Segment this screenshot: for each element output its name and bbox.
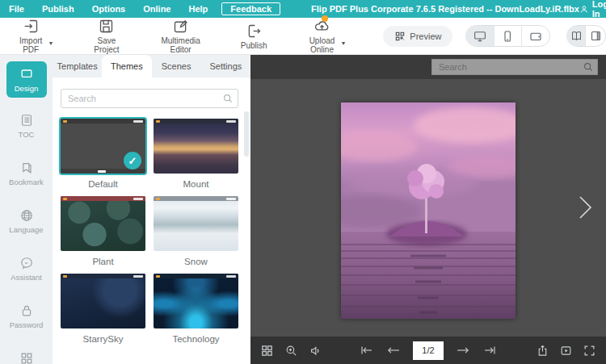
- bookmark-icon: [19, 160, 35, 176]
- sidebar-item-language[interactable]: Language: [6, 203, 47, 239]
- tab-themes[interactable]: Themes: [102, 55, 151, 77]
- double-page-toggle[interactable]: [567, 26, 587, 46]
- sidebar-item-password[interactable]: Password: [6, 298, 47, 334]
- toolbar: Import PDF ▼ Save Project Multimedia Edi…: [0, 18, 606, 55]
- publish-button[interactable]: Publish: [236, 21, 272, 52]
- thumb-topbar: [154, 274, 238, 278]
- tab-settings[interactable]: Settings: [201, 55, 250, 77]
- panel-tabs: Templates Themes Scenes Settings: [53, 55, 250, 77]
- upload-dropdown-caret[interactable]: ▼: [340, 39, 346, 48]
- theme-item-default[interactable]: ✓ Default: [61, 119, 145, 189]
- sidebar-item-design[interactable]: Design: [6, 61, 47, 98]
- theme-thumbnail[interactable]: [154, 274, 238, 328]
- theme-item-snow[interactable]: Snow: [154, 196, 238, 266]
- theme-thumbnail[interactable]: [61, 196, 145, 251]
- left-sidebar: Design TOC Bookmark Language Assistant P…: [0, 55, 53, 364]
- themes-search-input[interactable]: [61, 89, 238, 108]
- first-page-button[interactable]: [358, 344, 374, 357]
- theme-name: Mount: [154, 179, 238, 189]
- panel-scrollbar[interactable]: [244, 111, 249, 157]
- video-button[interactable]: [559, 344, 573, 358]
- next-page-arrow[interactable]: [575, 194, 595, 224]
- device-tablet-toggle[interactable]: [522, 26, 549, 46]
- theme-item-starrysky[interactable]: StarrySky: [61, 274, 145, 344]
- first-page-icon: [358, 344, 374, 357]
- import-pdf-button[interactable]: Import PDF ▼: [15, 16, 47, 56]
- window-title: Flip PDF Plus Corporate 7.6.5 Registered…: [311, 4, 579, 14]
- preview-search-input[interactable]: [431, 59, 598, 75]
- arrow-right-icon: [455, 344, 471, 357]
- theme-thumbnail[interactable]: [154, 196, 238, 251]
- theme-thumbnail[interactable]: [61, 274, 145, 328]
- theme-thumbnail[interactable]: ✓: [61, 119, 145, 174]
- upload-online-button[interactable]: Upload Online ▼: [305, 16, 340, 56]
- device-desktop-toggle[interactable]: [466, 26, 494, 46]
- device-phone-toggle[interactable]: [494, 26, 522, 46]
- sidebar-item-toc[interactable]: TOC: [6, 107, 47, 144]
- phone-icon: [500, 29, 515, 44]
- theme-item-plant[interactable]: Plant: [61, 196, 145, 266]
- menu-options[interactable]: Options: [83, 0, 135, 18]
- save-project-button[interactable]: Save Project: [89, 16, 124, 56]
- theme-grid: ✓ Default Mount Plant Snow: [61, 119, 238, 344]
- panel-body: ✓ Default Mount Plant Snow: [53, 77, 250, 364]
- theme-name: StarrySky: [61, 334, 145, 344]
- thumb-topbar: [154, 196, 238, 201]
- chat-bubble-icon: [19, 255, 35, 271]
- page-grid-icon: [19, 350, 35, 364]
- sound-button[interactable]: [309, 344, 322, 358]
- tab-templates[interactable]: Templates: [53, 55, 102, 77]
- preview-label: Preview: [410, 31, 441, 41]
- preview-button[interactable]: Preview: [383, 26, 452, 47]
- theme-item-mount[interactable]: Mount: [154, 119, 238, 189]
- sidebar-item-assistant[interactable]: Assistant: [6, 250, 47, 287]
- thumbnails-grid-icon: [260, 344, 274, 358]
- book-page[interactable]: [341, 103, 516, 319]
- desktop-icon: [473, 29, 487, 44]
- arrow-left-icon: [385, 344, 402, 357]
- share-icon: [536, 344, 549, 358]
- import-pdf-label: Import: [19, 36, 42, 45]
- last-page-button[interactable]: [482, 344, 499, 357]
- theme-thumbnail[interactable]: [154, 119, 238, 174]
- flip-pdf-window: File Publish Options Online Help Feedbac…: [0, 0, 606, 364]
- page-number-input[interactable]: [413, 341, 444, 360]
- fullscreen-button[interactable]: [583, 344, 596, 358]
- import-dropdown-caret[interactable]: ▼: [48, 39, 53, 48]
- sidebar-label: Design: [15, 84, 39, 93]
- preview-search: [431, 59, 598, 75]
- sidebar-item-page[interactable]: Page: [6, 345, 47, 364]
- user-icon: [579, 4, 589, 15]
- menu-help[interactable]: Help: [179, 0, 217, 18]
- search-icon: [222, 93, 234, 104]
- login-label: Log In: [592, 0, 606, 19]
- themes-panel: Templates Themes Scenes Settings ✓ Defau…: [53, 55, 250, 364]
- prev-page-button[interactable]: [385, 344, 402, 357]
- themes-search: [61, 89, 238, 108]
- thumb-topbar: [61, 274, 145, 278]
- theme-name: Plant: [61, 257, 145, 266]
- chevron-right-icon: [575, 194, 595, 221]
- menu-publish[interactable]: Publish: [33, 0, 83, 18]
- import-pdf-icon: [23, 18, 40, 35]
- menu-online[interactable]: Online: [134, 0, 179, 18]
- single-page-toggle[interactable]: [586, 26, 605, 46]
- tab-scenes[interactable]: Scenes: [152, 55, 201, 77]
- globe-icon: [19, 207, 35, 224]
- login-button[interactable]: Log In: [579, 0, 606, 19]
- thumb-topbar: [154, 119, 238, 123]
- multimedia-editor-button[interactable]: Multimedia Editor: [156, 16, 204, 56]
- feedback-button[interactable]: Feedback: [221, 2, 280, 15]
- next-page-button[interactable]: [455, 344, 471, 357]
- thumbnails-button[interactable]: [260, 344, 274, 358]
- preview-grid-icon: [394, 31, 406, 42]
- theme-name: Technology: [154, 334, 238, 344]
- page-view-toggle-group: [566, 25, 606, 47]
- tablet-icon: [528, 29, 543, 44]
- zoom-in-button[interactable]: [284, 344, 298, 358]
- share-button[interactable]: [536, 344, 549, 358]
- sidebar-item-bookmark[interactable]: Bookmark: [6, 155, 47, 191]
- last-page-icon: [482, 344, 499, 357]
- menu-file[interactable]: File: [0, 0, 33, 18]
- theme-item-technology[interactable]: Technology: [154, 274, 238, 344]
